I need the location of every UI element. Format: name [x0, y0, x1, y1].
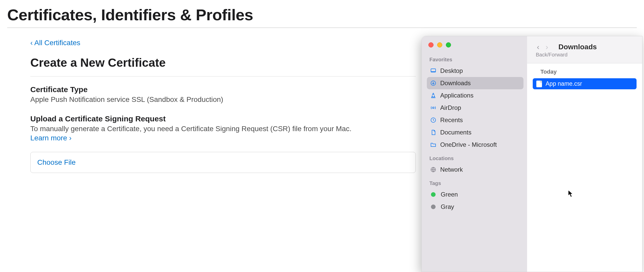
sidebar-section-favorites: Favorites [429, 57, 523, 63]
nav-forward-button[interactable]: › [545, 43, 549, 51]
finder-window[interactable]: Favorites Desktop Downloads Applications… [421, 36, 642, 272]
sidebar-item-network[interactable]: Network [427, 163, 523, 176]
finder-sidebar: Favorites Desktop Downloads Applications… [422, 36, 527, 272]
file-row[interactable]: App name.csr [533, 78, 637, 89]
desktop-icon [430, 67, 437, 74]
sidebar-item-label: Gray [441, 203, 454, 210]
sidebar-item-label: Downloads [440, 80, 471, 87]
window-close-button[interactable] [428, 42, 434, 47]
choose-file-button[interactable]: Choose File [30, 152, 416, 173]
finder-file-list[interactable]: Today App name.csr [527, 63, 642, 93]
nav-back-button[interactable]: ‹ [536, 43, 540, 51]
sidebar-item-label: OneDrive - Microsoft [440, 141, 497, 148]
create-certificate-heading: Create a New Certificate [30, 56, 416, 70]
page-divider [7, 27, 637, 28]
finder-main-pane: ‹ › Downloads Back/Forward Today App nam… [527, 36, 642, 272]
sidebar-item-label: Network [440, 166, 463, 173]
nav-arrows: ‹ › [536, 43, 549, 51]
folder-icon [430, 141, 437, 148]
sidebar-item-label: AirDrop [440, 104, 461, 111]
file-icon [536, 81, 542, 87]
airdrop-icon [430, 104, 437, 111]
upload-csr-description: To manually generate a Certificate, you … [30, 125, 416, 133]
finder-back-forward-label: Back/Forward [536, 52, 638, 58]
sidebar-item-onedrive[interactable]: OneDrive - Microsoft [427, 139, 523, 151]
file-group-label: Today [540, 69, 637, 75]
upload-csr-label: Upload a Certificate Signing Request [30, 114, 416, 123]
sidebar-tag-green[interactable]: Green [427, 188, 523, 201]
sidebar-section-tags: Tags [429, 180, 523, 186]
sidebar-item-airdrop[interactable]: AirDrop [427, 102, 523, 114]
svg-point-2 [433, 107, 434, 109]
certificate-type-label: Certificate Type [30, 85, 416, 94]
page-title: Certificates, Identifiers & Profiles [7, 6, 637, 24]
learn-more-link[interactable]: Learn more › [30, 134, 71, 142]
sidebar-item-label: Documents [440, 129, 471, 136]
window-controls [428, 42, 523, 47]
sidebar-section-locations: Locations [429, 156, 523, 161]
downloads-icon [430, 80, 437, 86]
sidebar-item-recents[interactable]: Recents [427, 114, 523, 126]
back-all-certificates-link[interactable]: ‹ All Certificates [30, 39, 80, 47]
sidebar-item-label: Desktop [440, 67, 463, 74]
sidebar-item-label: Recents [440, 116, 463, 124]
applications-icon [430, 92, 437, 99]
certificate-type-value: Apple Push Notification service SSL (San… [30, 95, 416, 104]
file-name: App name.csr [546, 80, 582, 87]
finder-location-title: Downloads [558, 43, 597, 51]
sidebar-item-downloads[interactable]: Downloads [427, 77, 523, 89]
sidebar-item-desktop[interactable]: Desktop [427, 65, 523, 77]
sidebar-item-applications[interactable]: Applications [427, 89, 523, 102]
window-zoom-button[interactable] [446, 42, 451, 47]
page-content: ‹ All Certificates Create a New Certific… [30, 39, 416, 173]
network-icon [430, 166, 437, 173]
sidebar-tag-gray[interactable]: Gray [427, 201, 523, 213]
sidebar-item-label: Applications [440, 92, 473, 99]
sidebar-item-documents[interactable]: Documents [427, 126, 523, 139]
recents-icon [430, 117, 437, 123]
tag-dot-green-icon [431, 192, 436, 197]
documents-icon [430, 129, 437, 136]
window-minimize-button[interactable] [437, 42, 442, 47]
sidebar-item-label: Green [441, 191, 458, 198]
finder-toolbar: ‹ › Downloads Back/Forward [527, 36, 642, 63]
tag-dot-gray-icon [431, 205, 436, 209]
section-divider [30, 76, 416, 76]
